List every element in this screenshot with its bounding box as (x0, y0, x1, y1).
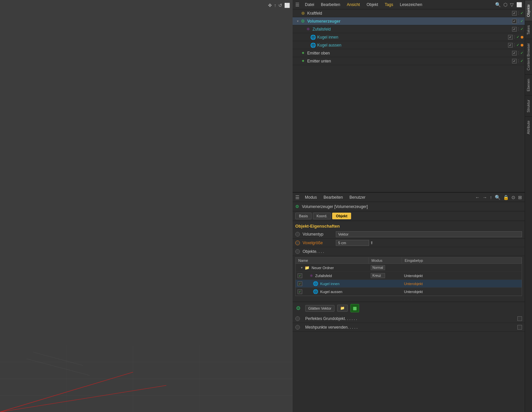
attr-back-icon[interactable]: ← (475, 195, 480, 200)
hexagon-icon[interactable]: ⬡ (503, 2, 507, 7)
voxelgroesse-circle[interactable] (295, 241, 300, 245)
tab-basis[interactable]: Basis (295, 213, 312, 219)
volumentyp-label: Volumentyp (303, 232, 336, 237)
menu-bearbeiten[interactable]: Bearbeiten (320, 2, 341, 8)
attr-menu-modus[interactable]: Modus (304, 194, 318, 200)
obj-title-text: Volumenerzeuger [Volumenerzeuger] (302, 204, 368, 209)
emitter-unten-checkbox[interactable]: ✓ (512, 59, 517, 63)
viewport-toolbar: ✥ ↑ ↺ ⬜ (268, 3, 290, 8)
volumenerzeuger-label: Volumenerzeuger (307, 19, 512, 24)
svg-line-7 (27, 359, 90, 375)
kugel-aussen-table-check[interactable]: ✓ (298, 289, 302, 294)
zufallsfeld-check[interactable]: ✓ (298, 273, 302, 278)
table-row-neuer-ordner[interactable]: ▾ 📁 Neuer Ordner Normal Kreuz (296, 264, 522, 272)
table-header: Name Modus Eingabetyp (296, 258, 522, 264)
menu-tags[interactable]: Tags (383, 2, 394, 8)
voxelgroesse-value[interactable]: ⬆ (336, 240, 522, 246)
attr-menu-benutzer[interactable]: Benutzer (348, 194, 367, 200)
meshpunkte-checkbox[interactable] (517, 325, 522, 330)
menu-ansicht[interactable]: Ansicht (345, 2, 361, 8)
td-kugel-aussen-modus (369, 291, 402, 292)
volumentyp-value[interactable]: Vektor Skalar SDF (336, 231, 522, 237)
prop-voxelgroesse: Voxelgröße ⬆ (293, 239, 525, 247)
hierarchy-row-emitter-unten[interactable]: ✦ Emitter unten ✓ ⁚ ✓ (293, 57, 525, 65)
sidebar-tab-struktur[interactable]: Struktur (525, 95, 532, 117)
meshpunkte-label: Meshpunkte verwenden. . . . . (305, 325, 357, 330)
volumentyp-dropdown[interactable]: Vektor Skalar SDF (336, 231, 522, 237)
bottom-green-btn[interactable]: ▦ (350, 304, 359, 312)
td-zufallsfeld-name: ✓ ⚛ Zufallsfeld (296, 273, 369, 279)
hierarchy-row-kraftfeld[interactable]: ⊛ Kraftfeld ✓ ⁚ ✓ (293, 9, 525, 17)
tab-objekt[interactable]: Objekt (332, 213, 351, 219)
table-row-kugel-aussen[interactable]: ✓ 🌐 Kugel aussen Unterobjekt (296, 288, 522, 296)
zufallsfeld-table-label: Zufallsfeld (315, 274, 332, 278)
bottom-folder-btn[interactable]: 📁 (337, 305, 348, 312)
kugel-aussen-checkbox[interactable]: ✓ (508, 43, 513, 48)
attr-forward-icon[interactable]: → (482, 195, 487, 200)
kugel-innen-label: Kugel innen (317, 35, 508, 40)
table-row-kugel-innen[interactable]: ✓ 🌐 Kugel innen Unterobjekt (296, 280, 522, 288)
kugel-innen-table-check[interactable]: ✓ (298, 281, 302, 286)
emitter-oben-green-check: ✓ (520, 51, 523, 55)
perfektes-checkbox[interactable] (517, 316, 522, 321)
move-icon[interactable]: ✥ (268, 3, 272, 8)
neuer-ordner-modus-dropdown[interactable]: Normal Kreuz (371, 265, 385, 270)
attr-menu-bearbeiten[interactable]: Bearbeiten (322, 194, 344, 200)
sidebar-tab-ebenen[interactable]: Ebenen (525, 74, 532, 95)
td-zufallsfeld-modus[interactable]: Kreuz Normal (369, 272, 402, 279)
emitter-oben-checkbox[interactable]: ✓ (512, 51, 517, 55)
attr-hamburger-icon[interactable]: ☰ (295, 195, 300, 200)
perfektes-circle[interactable] (295, 316, 300, 321)
hierarchy-row-kugel-innen[interactable]: 🌐 Kugel innen ✓ ⁚ ✓ (293, 33, 525, 41)
rotate-icon[interactable]: ↺ (278, 3, 282, 8)
hierarchy-row-emitter-oben[interactable]: ✦ Emitter oben ✓ ⁚ ✓ (293, 49, 525, 57)
attr-search-icon[interactable]: 🔍 (495, 195, 500, 200)
kraftfeld-checkbox[interactable]: ✓ (512, 11, 517, 16)
menu-lesezeichen[interactable]: Lesezeichen (398, 2, 423, 8)
hamburger-menu-icon[interactable]: ☰ (295, 2, 300, 7)
emitter-oben-controls: ✓ ⁚ ✓ (512, 51, 523, 55)
layout-icon[interactable]: ⬜ (516, 2, 522, 7)
attr-up-icon[interactable]: ↑ (490, 195, 492, 200)
filter-icon[interactable]: ▽ (510, 2, 514, 7)
perfektes-label: Perfektes Grundobjekt. . . . . . (305, 316, 357, 321)
td-kugel-innen-eingabe: Unterobjekt (402, 281, 522, 286)
zufall-checkbox[interactable]: ✓ (512, 27, 517, 32)
hierarchy-row-kugel-aussen[interactable]: 🌐 Kugel aussen ✓ ⁚ ✓ (293, 41, 525, 49)
attr-circle-icon[interactable]: ⊙ (511, 195, 515, 200)
voxelgroesse-input[interactable] (336, 240, 369, 246)
td-neuer-ordner-modus[interactable]: Normal Kreuz (369, 264, 402, 271)
meshpunkte-circle[interactable] (295, 325, 300, 330)
menu-datei[interactable]: Datei (304, 2, 316, 8)
tab-koord[interactable]: Koord. (313, 213, 331, 219)
sidebar-tab-takes[interactable]: Takes (525, 21, 532, 39)
zufallsfeld-modus-dropdown[interactable]: Kreuz Normal (371, 273, 385, 278)
objekte-circle[interactable] (295, 249, 300, 254)
menu-objekt[interactable]: Objekt (365, 2, 379, 8)
attributes-panel: ☰ Modus Bearbeiten Benutzer ← → ↑ 🔍 🔒 ⊙ … (293, 193, 525, 412)
volumen-expand[interactable]: ▾ (295, 19, 300, 23)
table-row-zufallsfeld[interactable]: ✓ ⚛ Zufallsfeld Kreuz Normal Unterobjekt (296, 272, 522, 280)
kugel-innen-dots: ⁚ (514, 35, 515, 39)
objects-table: Name Modus Eingabetyp ▾ 📁 Neuer Ordner N… (295, 257, 522, 296)
sidebar-tab-attribute[interactable]: Attribute (525, 116, 532, 138)
glaetten-button[interactable]: Glätten Vektor (305, 305, 334, 312)
kugel-innen-checkbox[interactable]: ✓ (508, 35, 513, 40)
svg-line-6 (33, 352, 83, 365)
attr-lock-icon[interactable]: 🔒 (503, 195, 509, 200)
th-modus: Modus (369, 258, 402, 263)
resizer-dots[interactable]: · · · · · (293, 297, 525, 302)
prop-objekte: Objekte. . . . (293, 247, 525, 256)
search-icon[interactable]: 🔍 (495, 2, 501, 7)
hierarchy-row-zufallsfeld[interactable]: ⚛ Zufallsfeld ✓ ⁚ ✓ (293, 25, 525, 33)
volumen-checkbox[interactable]: ✓ (512, 19, 517, 24)
zufallsfeld-label: Zufallsfeld (313, 27, 512, 32)
frame-icon[interactable]: ⬜ (284, 3, 290, 8)
volumentyp-circle[interactable] (295, 232, 300, 237)
hierarchy-row-volumenerzeuger[interactable]: ▾ ⚙ Volumenerzeuger ✓ ⁚ ✓ (293, 17, 525, 25)
sidebar-tab-content-browser[interactable]: Content Browser (525, 39, 532, 74)
menu-icons-right: 🔍 ⬡ ▽ ⬜ (495, 2, 522, 7)
sidebar-tab-objekte[interactable]: Objekte (525, 0, 532, 21)
attr-add-icon[interactable]: ⊞ (518, 195, 522, 200)
up-icon[interactable]: ↑ (274, 3, 276, 8)
